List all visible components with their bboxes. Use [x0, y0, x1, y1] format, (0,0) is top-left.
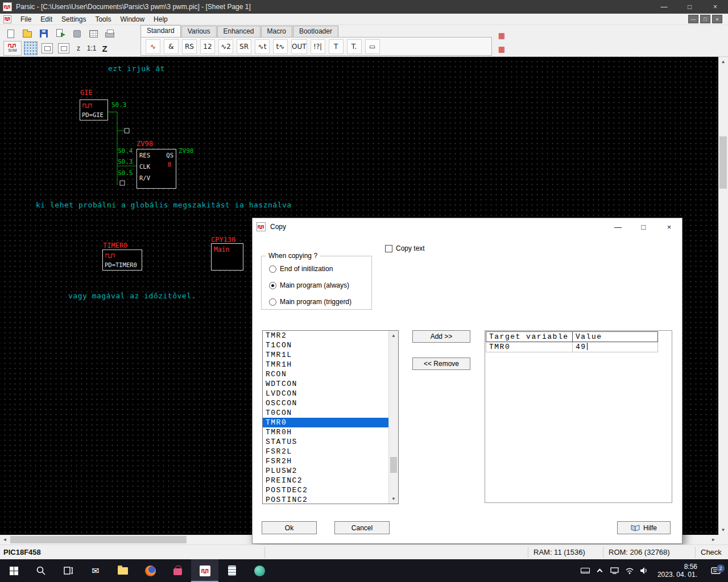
show-hidden-icons-button[interactable] — [593, 559, 607, 582]
component-and-gate-icon[interactable]: & — [164, 39, 179, 54]
menu-item-tools[interactable]: Tools — [90, 14, 115, 24]
list-item-t0con[interactable]: T0CON — [263, 408, 388, 418]
list-item-fsr2h[interactable]: FSR2H — [263, 456, 388, 466]
zoom-out-button[interactable]: z — [73, 42, 84, 55]
list-item-t1con[interactable]: T1CON — [263, 340, 388, 350]
toolbar-tab-bootloader[interactable]: Bootloader — [293, 26, 338, 37]
component-counter-icon[interactable]: 12 — [200, 39, 215, 54]
mdi-close-button[interactable]: × — [712, 15, 722, 23]
zv98-block[interactable]: RES CLK R/V QS 8 — [136, 149, 176, 189]
list-scroll-down-icon[interactable]: ▼ — [389, 494, 398, 504]
add-button[interactable]: Add >> — [412, 330, 470, 343]
toolbar-tab-standard[interactable]: Standard — [140, 25, 181, 37]
menu-item-file[interactable]: File — [16, 14, 36, 24]
volume-tray-button[interactable] — [637, 559, 652, 582]
place-pin-button[interactable] — [40, 41, 55, 55]
worksheet-button[interactable] — [86, 27, 101, 40]
taskbar-clock[interactable]: 8:56 2023. 04. 01. — [652, 563, 703, 579]
component-connector-icon[interactable]: ▭ — [365, 39, 380, 54]
vertical-scroll-thumb[interactable] — [719, 136, 727, 189]
dialog-close-button[interactable]: × — [656, 218, 682, 235]
zoom-in-button[interactable]: Z — [99, 42, 110, 55]
list-scroll-thumb[interactable] — [390, 457, 397, 473]
scroll-right-icon[interactable]: ► — [709, 535, 718, 544]
component-shift-register-icon[interactable]: SR — [237, 39, 251, 54]
list-item-postdec2[interactable]: POSTDEC2 — [263, 485, 388, 495]
taskbar-app-calculator[interactable] — [218, 559, 246, 582]
copy-text-checkbox[interactable]: Copy text — [385, 244, 425, 252]
canvas-comment-2[interactable]: ki lehet probálni a globális megszakitás… — [36, 201, 292, 209]
list-item-tmr0[interactable]: TMR0 — [263, 418, 388, 427]
scroll-left-icon[interactable]: ◄ — [0, 535, 10, 544]
dialog-maximize-button[interactable]: □ — [631, 218, 656, 235]
checkbox-box-icon[interactable] — [385, 245, 392, 252]
list-item-wdtcon[interactable]: WDTCON — [263, 379, 388, 389]
list-item-tmr1h[interactable]: TMR1H — [263, 360, 388, 369]
cancel-button[interactable]: Cancel — [334, 521, 390, 534]
stop-button[interactable] — [69, 27, 84, 40]
mdi-minimize-button[interactable]: — — [688, 15, 698, 23]
minimize-button[interactable]: — — [651, 0, 677, 14]
close-button[interactable]: × — [702, 0, 728, 14]
new-file-button[interactable] — [3, 27, 18, 40]
display-tray-button[interactable] — [607, 559, 622, 582]
menu-item-edit[interactable]: Edit — [36, 14, 57, 24]
export-button[interactable] — [53, 27, 68, 40]
restore-button[interactable]: □ — [677, 0, 702, 14]
component-timer-pulse-icon[interactable]: ∿t — [255, 39, 270, 54]
radio-indicator-icon[interactable] — [269, 298, 276, 306]
list-item-preinc2[interactable]: PREINC2 — [263, 476, 388, 485]
gie-block[interactable]: PD=GIE — [80, 99, 108, 120]
list-item-fsr2l[interactable]: FSR2L — [263, 447, 388, 456]
toolbar-tab-enhanced[interactable]: Enhanced — [217, 26, 260, 37]
check-button[interactable]: Check — [701, 548, 722, 556]
gie-block-label[interactable]: GIE — [80, 89, 93, 97]
cpy130-block[interactable]: Main — [211, 243, 243, 271]
network-tray-button[interactable] — [622, 559, 637, 582]
remove-button[interactable]: << Remove — [412, 357, 470, 370]
list-item-tmr0h[interactable]: TMR0H — [263, 427, 388, 437]
print-button[interactable] — [102, 27, 117, 40]
radio-option-1[interactable]: End of initilization — [269, 265, 333, 273]
toolbar-tab-various[interactable]: Various — [181, 26, 217, 37]
component-output-port-icon[interactable]: OUT — [291, 39, 307, 54]
zoom-actual-button[interactable]: 1:1 — [86, 42, 97, 55]
search-button[interactable] — [27, 559, 55, 582]
menu-item-help[interactable]: Help — [149, 14, 172, 24]
simulate-button[interactable]: SIM — [3, 41, 22, 56]
open-file-button[interactable] — [20, 27, 35, 40]
taskbar-app-file-explorer[interactable] — [109, 559, 136, 582]
radio-indicator-icon[interactable] — [269, 265, 276, 273]
value-cell[interactable]: 49 — [573, 342, 658, 352]
taskbar-app-parsic[interactable] — [191, 559, 218, 582]
zv98-block-label[interactable]: ZV98 — [136, 140, 153, 148]
dock-panel-icon-bottom[interactable]: ▦ — [496, 43, 507, 55]
component-interrupt-icon[interactable]: !?| — [311, 39, 325, 54]
help-button[interactable]: Hilfe — [617, 521, 671, 534]
dialog-minimize-button[interactable]: — — [605, 218, 631, 235]
list-item-osccon[interactable]: OSCCON — [263, 398, 388, 408]
list-item-rcon[interactable]: RCON — [263, 369, 388, 379]
list-item-status[interactable]: STATUS — [263, 437, 388, 447]
list-item-tmr2[interactable]: TMR2 — [263, 331, 388, 340]
save-file-button[interactable] — [36, 27, 51, 40]
scroll-down-icon[interactable]: ▼ — [718, 525, 728, 535]
radio-indicator-icon[interactable] — [269, 282, 276, 289]
place-chip-button[interactable] — [56, 41, 71, 55]
taskbar-app-store[interactable] — [164, 559, 191, 582]
list-item-postinc2[interactable]: POSTINC2 — [263, 495, 388, 504]
ok-button[interactable]: Ok — [262, 521, 317, 534]
timer0-block[interactable]: PD=TIMER0 — [102, 250, 142, 271]
mdi-restore-button[interactable]: □ — [700, 15, 710, 23]
toolbar-tab-macro[interactable]: Macro — [261, 26, 292, 37]
component-divider-icon[interactable]: ∿2 — [218, 39, 233, 54]
target-variable-cell[interactable]: TMR0 — [486, 342, 573, 352]
listbox-scrollbar[interactable]: ▲ ▼ — [388, 331, 398, 504]
target-variable-grid[interactable]: Target variableValue TMR049 — [485, 330, 672, 503]
menu-item-window[interactable]: Window — [115, 14, 149, 24]
dock-panel-icon-top[interactable]: ▦ — [496, 30, 507, 41]
timer0-block-label[interactable]: TIMER0 — [103, 242, 127, 250]
component-rs-flipflop-icon[interactable]: RS — [182, 39, 197, 54]
cpy130-block-label[interactable]: CPY130 — [211, 236, 235, 244]
component-pulse-generator-icon[interactable]: ∿ — [146, 39, 160, 54]
